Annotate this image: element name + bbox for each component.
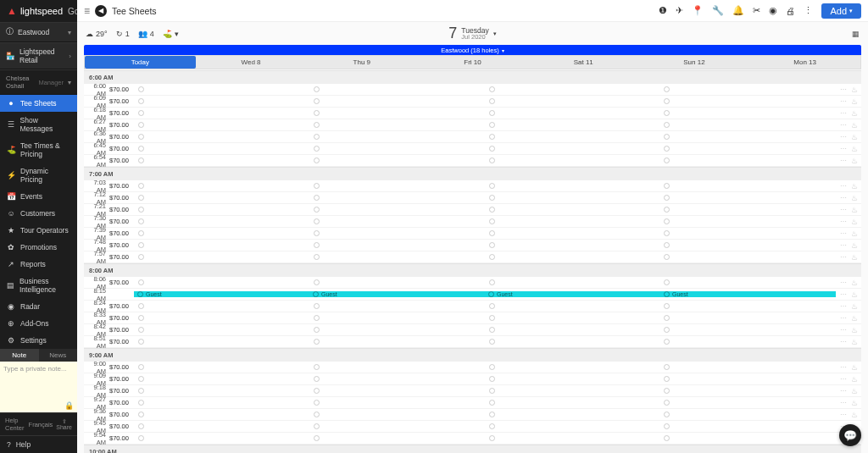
wrench-icon[interactable]: 🔧 <box>712 5 724 16</box>
player-slot[interactable] <box>486 242 661 248</box>
tee-time-row[interactable]: 6:27 AM$70.00⋯♨ <box>84 119 861 131</box>
tee-time-row[interactable]: 8:42 AM$70.00⋯♨ <box>84 324 861 336</box>
player-slot[interactable] <box>660 412 836 417</box>
bell-icon[interactable]: 🔔 <box>732 5 744 16</box>
player-slot[interactable] <box>135 339 310 345</box>
player-slot[interactable] <box>660 122 836 128</box>
player-slot[interactable] <box>310 279 486 285</box>
dots-icon[interactable]: ⋯ <box>840 182 847 190</box>
player-slot[interactable] <box>486 183 661 189</box>
player-slot[interactable] <box>486 339 661 345</box>
tee-time-row[interactable]: 9:00 AM$70.00⋯♨ <box>84 362 861 373</box>
player-slot[interactable] <box>310 435 486 441</box>
nav-events[interactable]: 📅Events <box>0 188 77 205</box>
player-slot[interactable] <box>310 423 486 429</box>
course-selector[interactable]: ⓘ Eastwood ▾ <box>0 22 77 42</box>
nav-bi[interactable]: ▤Business Intelligence <box>0 273 77 298</box>
date-selector[interactable]: 7 Tuesday Jul 2020 ▾ <box>448 25 496 42</box>
player-slot[interactable] <box>660 254 836 260</box>
nav-radar[interactable]: ◉Radar <box>0 298 77 315</box>
fire-icon[interactable]: ♨ <box>851 338 858 346</box>
player-slot[interactable] <box>135 315 310 321</box>
player-slot[interactable] <box>135 183 310 189</box>
tab-news[interactable]: News <box>39 349 78 362</box>
tee-time-row[interactable]: 6:36 AM$70.00⋯♨ <box>84 131 861 143</box>
day-tab[interactable]: Today <box>85 56 196 69</box>
player-slot[interactable] <box>660 146 836 152</box>
fire-icon[interactable]: ♨ <box>851 363 858 372</box>
player-slot[interactable] <box>310 376 486 382</box>
dots-icon[interactable]: ⋯ <box>840 157 847 164</box>
player-slot[interactable] <box>660 98 836 104</box>
fire-icon[interactable]: ♨ <box>851 133 858 141</box>
player-slot[interactable] <box>310 157 486 163</box>
tee-time-row[interactable]: 7:48 AM$70.00⋯♨ <box>84 240 861 251</box>
player-slot[interactable] <box>660 315 836 321</box>
player-slot[interactable] <box>310 195 486 201</box>
tee-time-row[interactable]: 6:45 AM$70.00⋯♨ <box>84 143 861 155</box>
player-slot[interactable] <box>486 195 661 201</box>
scissors-icon[interactable]: ✂ <box>753 5 760 16</box>
player-slot[interactable] <box>310 400 486 406</box>
tee-time-row[interactable]: 8:33 AM$70.00⋯♨ <box>84 312 861 324</box>
tee-time-row[interactable]: 8:24 AM$70.00⋯♨ <box>84 301 861 312</box>
player-slot[interactable] <box>486 218 661 224</box>
player-slot[interactable] <box>660 339 836 345</box>
nav-reports[interactable]: ↗Reports <box>0 256 77 273</box>
tee-time-row[interactable]: 8:06 AM$70.00⋯♨ <box>84 277 861 289</box>
player-slot[interactable] <box>310 86 486 92</box>
dots-icon[interactable]: ⋯ <box>840 109 847 117</box>
player-slot[interactable] <box>660 423 836 429</box>
eye-icon[interactable]: ◉ <box>769 5 777 16</box>
fire-icon[interactable]: ♨ <box>851 326 858 334</box>
tee-time-row[interactable]: 7:30 AM$70.00⋯♨ <box>84 216 861 228</box>
player-slot[interactable] <box>135 423 310 429</box>
player-slot[interactable] <box>310 146 486 152</box>
player-slot[interactable] <box>310 122 486 128</box>
player-slot[interactable] <box>135 364 310 370</box>
print-icon[interactable]: 🖨 <box>786 6 795 16</box>
fire-icon[interactable]: ♨ <box>851 411 858 419</box>
player-slot[interactable]: Guest <box>309 291 485 297</box>
tee-time-row[interactable]: 8:15 AMGuestGuestGuestGuest⋯♨ <box>84 289 861 301</box>
dots-icon[interactable]: ⋯ <box>840 121 847 129</box>
dots-icon[interactable]: ⋯ <box>840 253 847 261</box>
fire-icon[interactable]: ♨ <box>851 290 858 299</box>
player-slot[interactable] <box>310 364 486 370</box>
dots-icon[interactable]: ⋯ <box>840 338 847 345</box>
player-slot[interactable] <box>486 364 661 370</box>
fire-icon[interactable]: ♨ <box>851 241 858 250</box>
player-slot[interactable] <box>486 254 661 260</box>
dots-icon[interactable]: ⋯ <box>840 399 847 406</box>
dots-icon[interactable]: ⋯ <box>840 314 847 322</box>
fire-icon[interactable]: ♨ <box>851 229 858 238</box>
fire-icon[interactable]: ♨ <box>851 253 858 262</box>
player-slot[interactable]: Guest <box>660 291 836 297</box>
player-slot[interactable] <box>135 195 310 201</box>
player-slot[interactable] <box>660 303 836 309</box>
fire-icon[interactable]: ♨ <box>851 387 858 395</box>
player-slot[interactable] <box>486 110 661 116</box>
nav-promotions[interactable]: ✿Promotions <box>0 239 77 256</box>
dots-icon[interactable]: ⋯ <box>840 387 847 395</box>
dots-icon[interactable]: ⋯ <box>840 97 847 105</box>
player-slot[interactable] <box>310 207 486 213</box>
fire-icon[interactable]: ♨ <box>851 86 858 94</box>
dots-icon[interactable]: ⋯ <box>840 411 847 418</box>
player-slot[interactable] <box>486 327 661 333</box>
player-slot[interactable] <box>660 134 836 140</box>
dots-icon[interactable]: ⋯ <box>840 218 847 225</box>
fire-icon[interactable]: ♨ <box>851 157 858 165</box>
player-slot[interactable] <box>486 388 661 394</box>
player-slot[interactable] <box>660 195 836 201</box>
share-link[interactable]: ⇪Share <box>56 418 72 430</box>
dots-icon[interactable]: ⋯ <box>840 86 847 93</box>
player-slot[interactable] <box>660 279 836 285</box>
tee-time-row[interactable]: 7:12 AM$70.00⋯♨ <box>84 192 861 204</box>
tee-time-row[interactable]: 6:18 AM$70.00⋯♨ <box>84 108 861 119</box>
tee-time-row[interactable]: 7:57 AM$70.00⋯♨ <box>84 251 861 263</box>
tee-time-row[interactable]: 7:21 AM$70.00⋯♨ <box>84 204 861 216</box>
player-slot[interactable] <box>486 315 661 321</box>
player-slot[interactable] <box>486 412 661 417</box>
player-slot[interactable] <box>135 254 310 260</box>
